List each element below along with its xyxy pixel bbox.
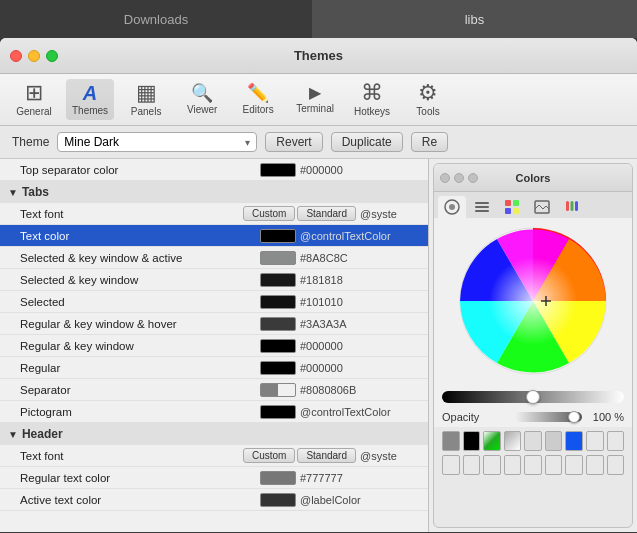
- swatch-gray[interactable]: [442, 431, 460, 451]
- brightness-thumb[interactable]: [526, 390, 540, 404]
- svg-rect-3: [475, 206, 489, 208]
- color-swatch-selected-key-window[interactable]: [260, 273, 296, 287]
- section-header-tabs[interactable]: ▼ Tabs: [0, 181, 428, 203]
- color-swatch-selected[interactable]: [260, 295, 296, 309]
- viewer-icon: 🔍: [191, 84, 213, 102]
- themes-icon: A: [83, 83, 97, 103]
- picker-close[interactable]: [440, 173, 450, 183]
- color-swatch-top-separator[interactable]: [260, 163, 296, 177]
- swatch-empty-4[interactable]: [504, 455, 522, 475]
- color-wheel-icon: [444, 199, 460, 215]
- section-header-header[interactable]: ▼ Header: [0, 423, 428, 445]
- toolbar-label-themes: Themes: [72, 105, 108, 116]
- picker-tab-crayons[interactable]: [558, 196, 586, 218]
- close-button[interactable]: [10, 50, 22, 62]
- color-swatch-header-regular-text[interactable]: [260, 471, 296, 485]
- setting-row-selected-key-window[interactable]: Selected & key window #181818: [0, 269, 428, 291]
- panels-icon: ▦: [136, 82, 157, 104]
- toolbar-item-general[interactable]: ⊞ General: [10, 78, 58, 121]
- picker-tab-palette[interactable]: [498, 196, 526, 218]
- toolbar-item-hotkeys[interactable]: ⌘ Hotkeys: [348, 78, 396, 121]
- swatch-empty-1[interactable]: [442, 455, 460, 475]
- custom-button[interactable]: Custom: [243, 206, 295, 221]
- picker-tab-sliders[interactable]: [468, 196, 496, 218]
- opacity-thumb[interactable]: [568, 411, 580, 423]
- toolbar-item-terminal[interactable]: ▶ Terminal: [290, 81, 340, 118]
- custom-button-header[interactable]: Custom: [243, 448, 295, 463]
- standard-button-header[interactable]: Standard: [297, 448, 356, 463]
- opacity-row: Opacity 100 %: [434, 407, 632, 427]
- svg-point-1: [449, 204, 455, 210]
- brightness-slider[interactable]: [442, 391, 624, 403]
- swatch-blue[interactable]: [565, 431, 583, 451]
- color-swatch-selected-key-active[interactable]: [260, 251, 296, 265]
- setting-row-regular[interactable]: Regular #000000: [0, 357, 428, 379]
- toolbar-item-tools[interactable]: ⚙ Tools: [404, 78, 452, 121]
- swatch-light-gray[interactable]: [524, 431, 542, 451]
- revert-button[interactable]: Revert: [265, 132, 322, 152]
- setting-row-selected[interactable]: Selected #101010: [0, 291, 428, 313]
- tab-downloads[interactable]: Downloads: [0, 0, 312, 38]
- color-swatch-separator[interactable]: [260, 383, 296, 397]
- picker-min[interactable]: [454, 173, 464, 183]
- color-swatch-pictogram[interactable]: [260, 405, 296, 419]
- color-wheel-wrapper: [458, 226, 608, 379]
- standard-button[interactable]: Standard: [297, 206, 356, 221]
- toolbar-item-themes[interactable]: A Themes: [66, 79, 114, 120]
- window-title: Themes: [294, 48, 343, 63]
- swatch-empty-9[interactable]: [607, 455, 625, 475]
- swatch-empty-2[interactable]: [463, 455, 481, 475]
- theme-select[interactable]: Mine Dark ▾: [57, 132, 257, 152]
- setting-row-regular-key-hover[interactable]: Regular & key window & hover #3A3A3A: [0, 313, 428, 335]
- swatch-near-white[interactable]: [586, 431, 604, 451]
- picker-tab-wheel[interactable]: [438, 196, 466, 218]
- swatch-empty-6[interactable]: [545, 455, 563, 475]
- setting-row-regular-key-window[interactable]: Regular & key window #000000: [0, 335, 428, 357]
- crayons-icon: [564, 199, 580, 215]
- swatch-near-white-2[interactable]: [607, 431, 625, 451]
- maximize-button[interactable]: [46, 50, 58, 62]
- duplicate-button[interactable]: Duplicate: [331, 132, 403, 152]
- opacity-slider[interactable]: [515, 412, 582, 422]
- tab-libs[interactable]: libs: [312, 0, 637, 38]
- setting-row-header-text-font[interactable]: Text font Custom Standard @syste: [0, 445, 428, 467]
- swatch-empty-5[interactable]: [524, 455, 542, 475]
- setting-row-header-active-text[interactable]: Active text color @labelColor: [0, 489, 428, 511]
- sliders-icon: [474, 199, 490, 215]
- toolbar-item-editors[interactable]: ✏️ Editors: [234, 80, 282, 119]
- re-button[interactable]: Re: [411, 132, 448, 152]
- color-swatch-regular[interactable]: [260, 361, 296, 375]
- picker-tab-image[interactable]: [528, 196, 556, 218]
- setting-row-pictogram[interactable]: Pictogram @controlTextColor: [0, 401, 428, 423]
- editors-icon: ✏️: [247, 84, 269, 102]
- svg-rect-7: [505, 208, 511, 214]
- toolbar-label-general: General: [16, 106, 52, 117]
- swatch-empty-3[interactable]: [483, 455, 501, 475]
- setting-row-tabs-text-color[interactable]: Text color @controlTextColor: [0, 225, 428, 247]
- toolbar-item-panels[interactable]: ▦ Panels: [122, 78, 170, 121]
- setting-row-tabs-text-font[interactable]: Text font Custom Standard @syste: [0, 203, 428, 225]
- theme-label: Theme: [12, 135, 49, 149]
- swatch-mid-gray[interactable]: [545, 431, 563, 451]
- color-wheel-svg[interactable]: [458, 226, 608, 376]
- swatch-light-gradient[interactable]: [504, 431, 522, 451]
- swatch-empty-7[interactable]: [565, 455, 583, 475]
- minimize-button[interactable]: [28, 50, 40, 62]
- color-swatch-header-active-text[interactable]: [260, 493, 296, 507]
- picker-max[interactable]: [468, 173, 478, 183]
- color-swatch-regular-key-hover[interactable]: [260, 317, 296, 331]
- setting-row-header-regular-text[interactable]: Regular text color #777777: [0, 467, 428, 489]
- swatch-empty-8[interactable]: [586, 455, 604, 475]
- picker-title: Colors: [516, 172, 551, 184]
- setting-row-separator[interactable]: Separator #8080806B: [0, 379, 428, 401]
- toolbar-item-viewer[interactable]: 🔍 Viewer: [178, 80, 226, 119]
- color-swatch-regular-key-window[interactable]: [260, 339, 296, 353]
- main-window: Themes ⊞ General A Themes ▦ Panels 🔍 Vie…: [0, 38, 637, 532]
- swatch-green-gradient[interactable]: [483, 431, 501, 451]
- setting-row-selected-key-active[interactable]: Selected & key window & active #8A8C8C: [0, 247, 428, 269]
- svg-rect-8: [513, 208, 519, 214]
- setting-row-top-separator[interactable]: Top separator color #000000: [0, 159, 428, 181]
- swatch-black[interactable]: [463, 431, 481, 451]
- color-swatch-tabs-text-color[interactable]: [260, 229, 296, 243]
- color-wheel-container[interactable]: [434, 218, 632, 387]
